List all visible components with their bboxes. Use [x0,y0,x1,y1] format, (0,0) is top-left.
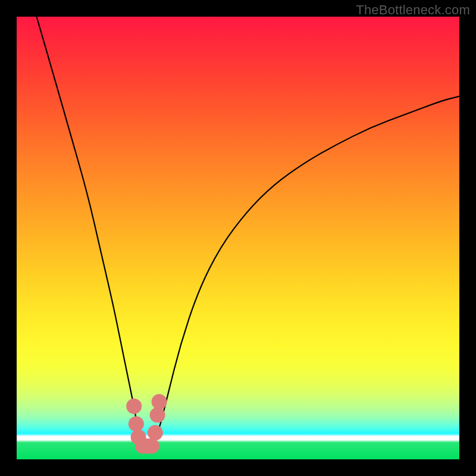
threshold-marker [129,416,144,431]
threshold-marker [152,394,167,409]
plot-area [17,17,459,459]
bottleneck-curve-path [36,17,459,446]
threshold-marker [144,439,159,454]
chart-frame: TheBottleneck.com [0,0,476,476]
bottleneck-curve [36,17,459,446]
threshold-marker [126,399,142,414]
curve-layer [17,17,459,459]
threshold-marker [148,425,163,440]
watermark-text: TheBottleneck.com [356,2,470,18]
threshold-marker [150,408,165,423]
